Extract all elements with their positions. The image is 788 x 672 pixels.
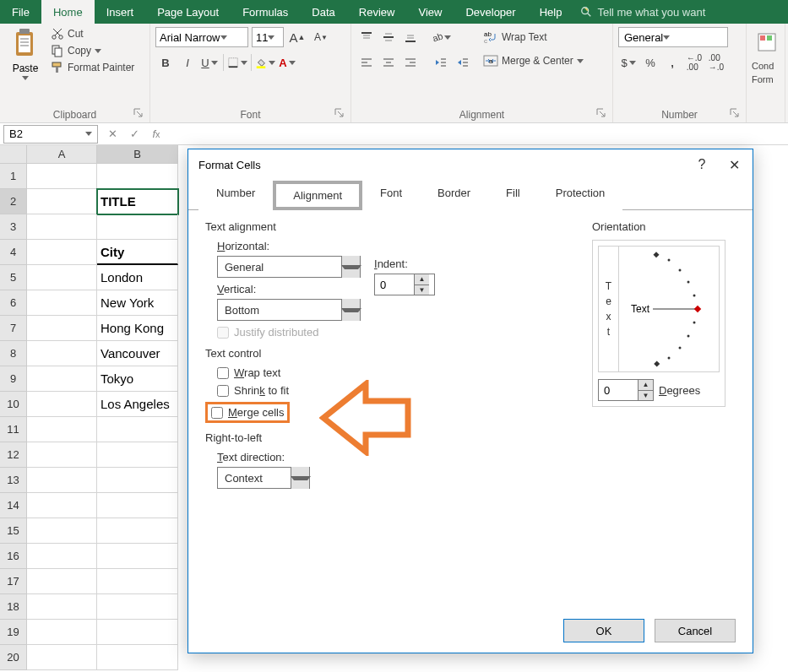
tab-view[interactable]: View [406,0,454,24]
currency-button[interactable]: $ [618,52,639,73]
align-center-button[interactable] [378,52,399,73]
tab-developer[interactable]: Developer [454,0,527,24]
cell[interactable]: Tokyo [97,366,178,392]
cell[interactable] [27,645,97,670]
row-header[interactable]: 1 [0,164,27,189]
cell[interactable] [27,214,97,240]
cell[interactable] [27,240,97,265]
ok-button[interactable]: OK [563,619,644,642]
tab-page-layout[interactable]: Page Layout [145,0,231,24]
dialog-launcher-icon[interactable] [334,107,345,119]
row-header[interactable]: 3 [0,214,27,240]
row-header[interactable]: 8 [0,341,27,366]
cell[interactable]: City [97,240,178,265]
cell[interactable] [27,493,97,518]
format-painter-button[interactable]: Format Painter [51,61,134,74]
cancel-button[interactable]: Cancel [655,619,736,642]
cell[interactable] [27,594,97,620]
tab-formulas[interactable]: Formulas [231,0,300,24]
tab-home[interactable]: Home [41,0,95,24]
row-header[interactable]: 20 [0,645,27,670]
dlg-tab-number[interactable]: Number [198,181,273,210]
indent-input[interactable] [375,274,414,295]
enter-formula-button[interactable]: ✓ [123,125,145,144]
tab-insert[interactable]: Insert [95,0,146,24]
degrees-down[interactable]: ▼ [639,391,653,401]
cell[interactable] [97,442,178,468]
cell[interactable] [27,189,97,214]
dlg-tab-fill[interactable]: Fill [488,181,538,210]
borders-button[interactable] [227,52,247,73]
tab-help[interactable]: Help [528,0,574,24]
tab-data[interactable]: Data [300,0,346,24]
row-header[interactable]: 15 [0,518,27,544]
italic-button[interactable]: I [177,52,198,73]
cell[interactable] [97,417,178,442]
indent-up[interactable]: ▲ [415,274,429,285]
row-header[interactable]: 4 [0,240,27,265]
dialog-launcher-icon[interactable] [133,107,144,119]
row-header[interactable]: 11 [0,417,27,442]
cut-button[interactable]: Cut [51,27,134,41]
copy-button[interactable]: Copy [51,44,134,57]
col-header-a[interactable]: A [27,145,97,164]
align-middle-button[interactable] [378,27,399,47]
cell[interactable] [97,518,178,544]
cell[interactable] [27,468,97,493]
row-header[interactable]: 9 [0,366,27,392]
tab-review[interactable]: Review [347,0,407,24]
conditional-formatting-button[interactable] [752,27,782,57]
cell[interactable] [97,594,178,620]
indent-down[interactable]: ▼ [415,285,429,295]
cell[interactable]: New York [97,290,178,316]
row-header[interactable]: 18 [0,594,27,620]
row-header[interactable]: 14 [0,493,27,518]
dialog-launcher-icon[interactable] [729,107,741,119]
decrease-decimal-button[interactable]: .00→.0 [706,52,726,73]
orientation-control[interactable]: Text Text [592,240,726,407]
underline-button[interactable]: U [199,52,220,73]
row-header[interactable]: 13 [0,468,27,493]
dlg-tab-font[interactable]: Font [362,181,420,210]
increase-indent-button[interactable] [453,52,473,73]
degrees-spinner[interactable]: ▲▼ [598,379,654,401]
cell[interactable]: TITLE [97,189,178,214]
cancel-formula-button[interactable]: ✕ [101,125,123,144]
vertical-combo[interactable]: Bottom [217,299,361,321]
dlg-tab-protection[interactable]: Protection [538,181,623,210]
wrap-text-check[interactable]: Wrap text [217,366,575,379]
cell[interactable] [27,265,97,290]
cell[interactable] [27,620,97,645]
degrees-up[interactable]: ▲ [639,380,653,391]
row-header[interactable]: 12 [0,442,27,468]
font-color-button[interactable]: A [277,52,297,73]
wrap-text-button[interactable]: abc Wrap Text [483,27,584,47]
dlg-tab-alignment[interactable]: Alignment [273,181,362,210]
row-header[interactable]: 2 [0,189,27,214]
row-header[interactable]: 5 [0,265,27,290]
cell[interactable] [97,569,178,594]
decrease-indent-button[interactable] [431,52,451,73]
row-header[interactable]: 17 [0,569,27,594]
cell[interactable] [27,442,97,468]
cell[interactable] [27,164,97,189]
dlg-tab-border[interactable]: Border [420,181,488,210]
cell[interactable] [27,569,97,594]
indent-spinner[interactable]: ▲▼ [374,274,435,295]
cell[interactable] [27,392,97,417]
cell[interactable] [97,645,178,670]
row-header[interactable]: 7 [0,316,27,341]
cell[interactable] [97,214,178,240]
font-size-combo[interactable]: 11 [252,27,284,47]
cell[interactable] [27,544,97,569]
cell[interactable] [27,290,97,316]
align-top-button[interactable] [356,27,377,47]
increase-decimal-button[interactable]: ←.0.00 [684,52,704,73]
cell[interactable]: London [97,265,178,290]
cell[interactable] [97,620,178,645]
row-header[interactable]: 10 [0,392,27,417]
paste-button[interactable]: Paste [5,27,46,80]
cell[interactable] [27,366,97,392]
cell[interactable] [97,544,178,569]
cell[interactable] [27,417,97,442]
